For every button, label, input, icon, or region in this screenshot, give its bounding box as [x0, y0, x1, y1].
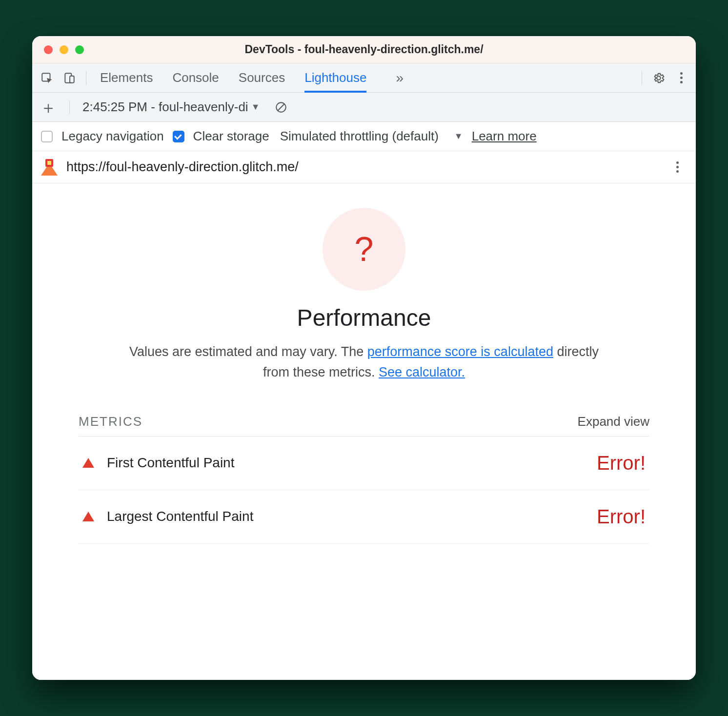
- throttling-select[interactable]: Simulated throttling (default) ▼: [280, 129, 463, 144]
- chevron-down-icon: ▼: [454, 131, 463, 141]
- more-tabs-icon[interactable]: »: [396, 70, 404, 86]
- performance-title: Performance: [79, 304, 649, 331]
- metric-value: Error!: [597, 506, 646, 528]
- minimize-window-button[interactable]: [60, 45, 68, 54]
- chevron-down-icon: ▼: [251, 102, 260, 112]
- score-value: ?: [355, 230, 374, 269]
- report-menu-icon[interactable]: [667, 158, 687, 177]
- devtools-window: DevTools - foul-heavenly-direction.glitc…: [32, 36, 696, 680]
- metrics-label: METRICS: [79, 414, 142, 429]
- clear-storage-label: Clear storage: [193, 129, 269, 144]
- clear-storage-checkbox[interactable]: [173, 131, 184, 142]
- clear-report-icon[interactable]: [271, 98, 291, 117]
- metrics-header: METRICS Expand view: [79, 407, 649, 437]
- more-options-icon[interactable]: [671, 68, 691, 88]
- tab-elements[interactable]: Elements: [100, 64, 153, 92]
- svg-rect-2: [70, 76, 74, 82]
- expand-view-toggle[interactable]: Expand view: [578, 414, 649, 429]
- close-window-button[interactable]: [44, 45, 53, 54]
- lighthouse-icon: [41, 159, 58, 176]
- metric-value: Error!: [597, 452, 646, 474]
- see-calculator-link[interactable]: See calculator.: [379, 365, 465, 379]
- report-content: ? Performance Values are estimated and m…: [32, 183, 696, 680]
- report-url-bar: https://foul-heavenly-direction.glitch.m…: [32, 151, 696, 183]
- devtools-tabsrow: Elements Console Sources Lighthouse »: [32, 63, 696, 93]
- report-selector[interactable]: 2:45:25 PM - foul-heavenly-di ▼: [82, 99, 260, 115]
- error-triangle-icon: [82, 512, 94, 521]
- report-url: https://foul-heavenly-direction.glitch.m…: [66, 159, 299, 175]
- panel-tabs: Elements Console Sources Lighthouse »: [100, 64, 404, 92]
- window-title: DevTools - foul-heavenly-direction.glitc…: [32, 43, 696, 56]
- performance-description: Values are estimated and may vary. The p…: [120, 342, 608, 383]
- legacy-navigation-checkbox[interactable]: [41, 131, 53, 142]
- metric-name: Largest Contentful Paint: [107, 509, 253, 524]
- tab-lighthouse[interactable]: Lighthouse: [304, 65, 366, 93]
- inspect-icon[interactable]: [37, 68, 57, 88]
- metric-row[interactable]: Largest Contentful Paint Error!: [79, 490, 649, 544]
- performance-score-link[interactable]: performance score is calculated: [367, 344, 553, 359]
- separator: [642, 71, 642, 85]
- zoom-window-button[interactable]: [75, 45, 84, 54]
- titlebar: DevTools - foul-heavenly-direction.glitc…: [32, 36, 696, 63]
- lighthouse-toolbar: ＋ 2:45:25 PM - foul-heavenly-di ▼: [32, 93, 696, 122]
- settings-gear-icon[interactable]: [649, 68, 668, 88]
- error-triangle-icon: [82, 458, 94, 468]
- report-timestamp: 2:45:25 PM - foul-heavenly-di: [82, 99, 248, 115]
- learn-more-link[interactable]: Learn more: [472, 129, 537, 144]
- metric-name: First Contentful Paint: [107, 455, 234, 471]
- device-toolbar-icon[interactable]: [60, 68, 79, 88]
- throttling-label: Simulated throttling (default): [280, 129, 439, 144]
- performance-score-gauge[interactable]: ?: [323, 208, 405, 291]
- separator: [86, 71, 86, 85]
- tab-sources[interactable]: Sources: [239, 64, 285, 92]
- traffic-lights: [32, 45, 84, 54]
- legacy-navigation-label: Legacy navigation: [61, 129, 164, 144]
- tab-console[interactable]: Console: [172, 64, 219, 92]
- separator: [69, 100, 70, 114]
- new-report-button[interactable]: ＋: [40, 99, 57, 116]
- desc-text: Values are estimated and may vary. The: [129, 344, 367, 359]
- metric-row[interactable]: First Contentful Paint Error!: [79, 437, 649, 490]
- lighthouse-options: Legacy navigation Clear storage Simulate…: [32, 122, 696, 151]
- svg-line-4: [278, 104, 284, 110]
